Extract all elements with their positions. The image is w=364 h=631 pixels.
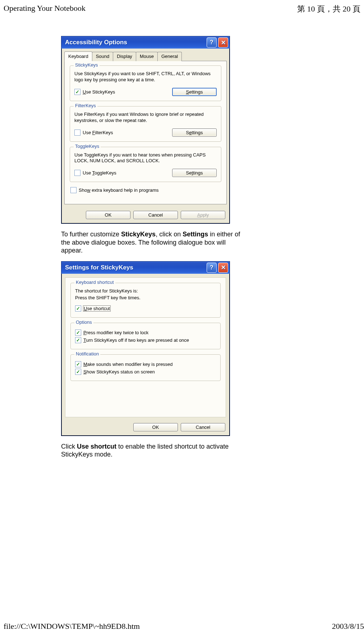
ok-button[interactable]: OK [86,211,130,219]
dialog-panel: Keyboard shortcut The shortcut for Stick… [65,277,226,417]
cancel-button[interactable]: Cancel [133,211,178,219]
group-togglekeys: ToggleKeys Use ToggleKeys if you want to… [70,147,221,182]
dialog-title: Accessibility Options [65,39,205,46]
close-button[interactable]: ✕ [218,263,228,273]
checkbox-label: Turn StickyKeys off if two keys are pres… [83,337,189,343]
footer-left: file://C:\WINDOWS\TEMP\~hh9ED8.htm [4,622,140,631]
help-button[interactable]: ? [207,37,217,47]
show-extra-help-checkbox[interactable]: Show extra keyboard help in programs [70,187,221,193]
group-desc: The shortcut for StickyKeys is: [75,288,216,294]
use-stickykeys-checkbox[interactable]: ✓ Use StickyKeys [74,89,115,95]
group-notification: Notification ✓ Make sounds when modifier… [70,354,221,381]
group-legend: ToggleKeys [74,144,101,149]
group-stickykeys: StickyKeys Use StickyKeys if you want to… [70,65,221,101]
group-legend: Options [74,319,93,325]
checkbox-label: Make sounds when modifier key is pressed [83,362,173,367]
checkbox-icon: ✓ [75,369,81,375]
use-shortcut-checkbox[interactable]: ✓ Use shortcut [75,305,216,312]
group-legend: Keyboard shortcut [74,280,115,285]
show-status-checkbox[interactable]: ✓ Show StickyKeys status on screen [75,369,216,375]
group-filterkeys: FilterKeys Use FilterKeys if you want Wi… [70,106,221,142]
checkbox-label: Show StickyKeys status on screen [83,369,155,374]
checkbox-icon: ✓ [75,337,81,343]
footer-right: 2003/8/15 [332,622,364,631]
checkbox-icon: ✓ [75,305,81,312]
tab-strip: Keyboard Sound Display Mouse General [64,51,227,61]
make-sounds-checkbox[interactable]: ✓ Make sounds when modifier key is press… [75,361,216,367]
use-filterkeys-checkbox[interactable]: Use FilterKeys [74,130,113,136]
group-options: Options ✓ Press modifier key twice to lo… [70,323,221,349]
dialog-title: Settings for StickyKeys [65,264,205,271]
titlebar: Settings for StickyKeys ? ✕ [61,262,230,274]
press-twice-lock-checkbox[interactable]: ✓ Press modifier key twice to lock [75,330,216,336]
checkbox-label: Use StickyKeys [83,89,115,95]
tab-display[interactable]: Display [113,52,136,61]
group-desc: Use ToggleKeys if you want to hear tones… [74,152,217,164]
cancel-button[interactable]: Cancel [181,423,225,431]
use-togglekeys-checkbox[interactable]: Use ToggleKeys [74,170,116,176]
checkbox-icon [74,130,80,136]
header-right: 第 10 頁，共 20 頁 [297,4,360,14]
checkbox-icon: ✓ [75,361,81,367]
checkbox-icon [74,170,80,176]
group-desc: Use FilterKeys if you want Windows to ig… [74,112,217,124]
tab-keyboard[interactable]: Keyboard [64,51,92,61]
checkbox-label: Use ToggleKeys [83,170,116,176]
checkbox-icon [70,187,77,193]
close-button[interactable]: ✕ [218,37,228,47]
checkbox-label: Show extra keyboard help in programs [79,187,159,193]
checkbox-label: Use FilterKeys [83,130,113,135]
ok-button[interactable]: OK [133,423,178,431]
tab-sound[interactable]: Sound [92,52,114,61]
group-legend: Notification [74,351,100,357]
accessibility-options-dialog: Accessibility Options ? ✕ Keyboard Sound… [61,36,230,224]
togglekeys-settings-button[interactable]: Settings [172,169,217,177]
turn-off-two-keys-checkbox[interactable]: ✓ Turn StickyKeys off if two keys are pr… [75,337,216,343]
tab-mouse[interactable]: Mouse [136,52,158,61]
instruction-text-2: Click Use shortcut to enable the listed … [61,442,248,459]
group-legend: FilterKeys [74,103,97,108]
group-desc: Use StickyKeys if you want to use SHIFT,… [74,71,217,83]
checkbox-icon: ✓ [75,330,81,336]
group-desc: Press the SHIFT key five times. [75,295,216,301]
checkbox-label: Press modifier key twice to lock [83,330,148,335]
dialog-button-bar: OK Cancel Apply [61,207,230,223]
titlebar: Accessibility Options ? ✕ [61,36,230,49]
dialog-button-bar: OK Cancel [61,419,230,436]
group-keyboard-shortcut: Keyboard shortcut The shortcut for Stick… [70,283,221,318]
stickykeys-settings-dialog: Settings for StickyKeys ? ✕ Keyboard sho… [61,261,230,436]
tab-general[interactable]: General [157,52,182,61]
stickykeys-settings-button[interactable]: Settings [172,88,217,96]
instruction-text-1: To further customize StickyKeys, click o… [61,230,244,255]
filterkeys-settings-button[interactable]: Settings [172,128,217,137]
group-legend: StickyKeys [74,62,100,68]
tab-panel-keyboard: StickyKeys Use StickyKeys if you want to… [64,61,227,204]
help-button[interactable]: ? [207,263,217,273]
apply-button[interactable]: Apply [181,211,225,219]
checkbox-label: Use shortcut [83,306,110,311]
header-left: Operating Your Notebook [4,4,86,14]
checkbox-icon: ✓ [74,89,80,95]
